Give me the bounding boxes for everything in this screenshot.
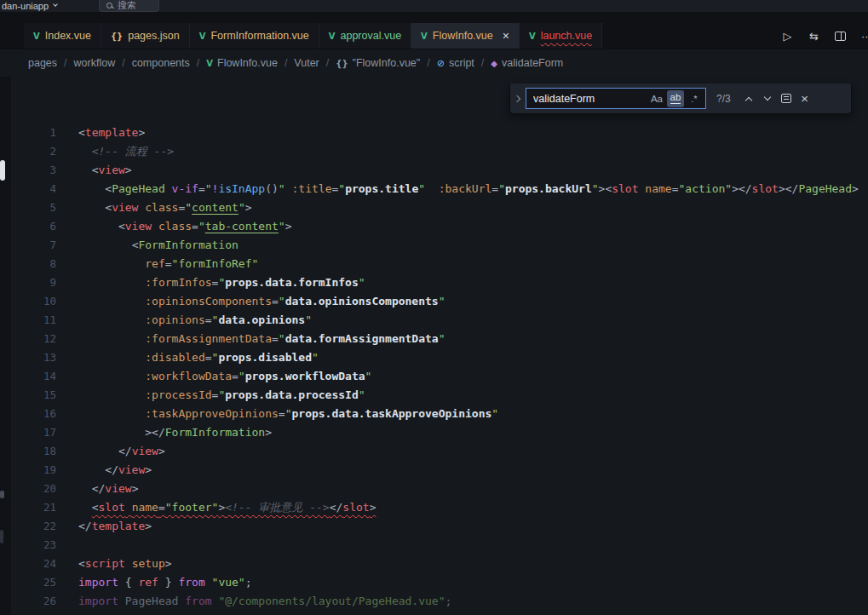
code-token: </ [330, 501, 343, 514]
find-close-button[interactable]: × [796, 89, 814, 108]
find-input[interactable]: validateForm Aa ab .* [526, 88, 706, 109]
code-line[interactable]: 7 <FormInformation [0, 236, 868, 255]
code-line[interactable]: 22</template> [0, 517, 868, 536]
code-line[interactable]: 24<script setup> [0, 555, 868, 573]
find-previous-button[interactable] [739, 89, 758, 108]
code-token: name [132, 501, 158, 514]
split-editor-icon[interactable] [834, 32, 847, 41]
whole-word-button[interactable]: ab [667, 90, 684, 107]
breadcrumb-item[interactable]: workflow [74, 57, 116, 69]
code-line[interactable]: 17 ></FormInformation> [0, 423, 868, 442]
tab-close-icon[interactable]: × [503, 30, 509, 42]
code-line[interactable]: 12 :formAssignmentData="data.formAssignm… [0, 330, 868, 348]
code-line[interactable]: 9 :formInfos="props.data.formInfos" [0, 273, 868, 292]
code-line[interactable]: 18 </view> [0, 442, 868, 461]
tab-FlowInfo.vue[interactable]: VFlowInfo.vue× [411, 23, 520, 49]
code-line[interactable]: 1<template> [0, 124, 868, 142]
code-token [158, 576, 165, 589]
tab-approval.vue[interactable]: Vapproval.vue [319, 23, 411, 49]
code-line[interactable]: 3 <view> [0, 161, 868, 180]
code-line-content: :formInfos="props.data.formInfos" [56, 273, 365, 292]
breadcrumb-item[interactable]: {}"FlowInfo.vue" [336, 57, 420, 69]
code-token [118, 595, 125, 607]
breadcrumb-item[interactable]: pages [28, 57, 57, 69]
code-line-content: :taskApproveOpinions="props.data.taskApp… [56, 405, 498, 423]
run-icon[interactable]: ▷ [781, 30, 794, 43]
code-token: <!-- 流程 --> [92, 145, 174, 158]
code-line[interactable]: 20 </view> [0, 480, 868, 498]
code-token: " [205, 182, 212, 195]
code-token: > [145, 463, 152, 476]
breadcrumb-label: "FlowInfo.vue" [353, 57, 421, 69]
code-line[interactable]: 10 :opinionsComponents="data.opinionsCom… [0, 292, 868, 311]
more-icon[interactable]: ··· [860, 30, 868, 43]
regex-button[interactable]: .* [686, 90, 703, 107]
editor-pane[interactable]: 1<template>2 <!-- 流程 -->3 <view>4 <PageH… [0, 77, 868, 615]
code-token: </ [118, 445, 132, 457]
code-token: < [78, 557, 85, 570]
code-token: = [279, 407, 285, 420]
code-line-content: </view> [56, 480, 138, 498]
code-token: = [272, 332, 279, 345]
tab-FormInformation.vue[interactable]: VFormInformation.vue [190, 23, 319, 49]
workspace-menu[interactable]: dan-uniapp [2, 0, 57, 12]
code-line[interactable]: 26import PageHead from "@/components/lay… [0, 592, 868, 611]
code-line[interactable]: 19 </view> [0, 461, 868, 480]
code-area: 1<template>2 <!-- 流程 -->3 <view>4 <PageH… [0, 124, 868, 611]
tab-Index.vue[interactable]: VIndex.vue [24, 23, 101, 49]
code-line[interactable]: 16 :taskApproveOpinions="props.data.task… [0, 405, 868, 423]
breadcrumb-item[interactable]: Vuter [294, 57, 319, 69]
code-line-content: </view> [56, 461, 152, 480]
code-line[interactable]: 2 <!-- 流程 --> [0, 142, 868, 161]
code-line[interactable]: 25import { ref } from "vue"; [0, 573, 868, 592]
code-token: slot [612, 182, 638, 195]
code-line[interactable]: 21 <slot name="footer"><!-- 审批意见 --></sl… [0, 498, 868, 517]
breadcrumb-separator: / [326, 57, 329, 69]
breadcrumb-item[interactable]: VFlowInfo.vue [206, 57, 278, 69]
code-token: content [192, 201, 239, 214]
code-token: data.opinions [218, 313, 305, 326]
breadcrumb-item[interactable]: components [132, 57, 190, 69]
tab-pages.json[interactable]: {}pages.json [101, 23, 190, 49]
tab-launch.vue[interactable]: Vlaunch.vue [520, 23, 602, 49]
code-line[interactable]: 5 <view class="content"> [0, 198, 868, 217]
code-token: > [285, 220, 292, 233]
code-token: > [245, 201, 252, 214]
code-token: view [132, 445, 158, 457]
code-line[interactable]: 8 ref="formInfoRef" [0, 255, 868, 273]
code-token: FormInformation [165, 426, 265, 439]
title-search-box[interactable]: 搜索 [99, 0, 159, 12]
code-line[interactable]: 13 :disabled="props.disabled" [0, 348, 868, 367]
code-line-content: <FormInformation [56, 236, 239, 255]
code-line[interactable]: 15 :processId="props.data.processId" [0, 386, 868, 405]
code-token: " [239, 370, 245, 382]
open-changes-icon[interactable]: ⇆ [808, 30, 820, 43]
code-token: " [279, 182, 285, 195]
code-line[interactable]: 14 :workflowData="props.workflowData" [0, 367, 868, 386]
code-token: } [165, 576, 172, 589]
code-token: = [491, 182, 498, 195]
code-token: > [852, 182, 859, 195]
find-in-selection-button[interactable] [777, 89, 796, 108]
tab-strip: VIndex.vue{}pages.jsonVFormInformation.v… [24, 23, 602, 49]
find-toggle-replace-button[interactable] [510, 83, 523, 113]
code-token: > [138, 126, 145, 139]
breadcrumb-separator: / [197, 57, 199, 69]
code-token: PageHead [125, 595, 179, 607]
code-line[interactable]: 11 :opinions="data.opinions" [0, 311, 868, 330]
find-next-button[interactable] [758, 89, 777, 108]
code-token: isInApp [218, 182, 265, 195]
code-line[interactable]: 23 [0, 536, 868, 555]
code-token: props.disabled [218, 351, 312, 364]
code-line[interactable]: 6 <view class="tab-content"> [0, 217, 868, 236]
code-token: props.title [345, 182, 418, 195]
match-case-button[interactable]: Aa [648, 90, 665, 107]
code-line[interactable]: 4 <PageHead v-if="!isInApp()" :title="pr… [0, 180, 868, 198]
breadcrumb-separator: / [427, 57, 429, 69]
breadcrumb-item[interactable]: ◆validateForm [491, 57, 563, 69]
find-query-text: validateForm [533, 93, 647, 105]
code-token: " [439, 332, 445, 345]
breadcrumb-item[interactable]: ⊘script [437, 57, 474, 69]
sidebar-fragment [0, 491, 4, 498]
code-token: { [125, 576, 132, 589]
